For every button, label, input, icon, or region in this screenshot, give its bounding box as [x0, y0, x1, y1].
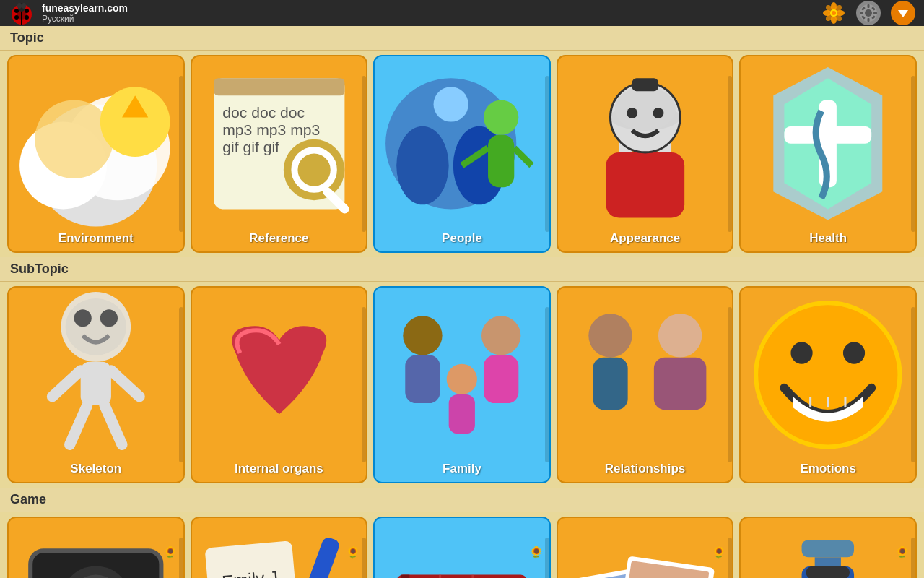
svg-rect-25	[860, 12, 863, 14]
card-icon-appearance	[558, 56, 733, 231]
svg-point-72	[74, 309, 92, 327]
settings-icon[interactable]	[856, 1, 881, 25]
svg-line-54	[514, 148, 531, 165]
svg-rect-69	[785, 126, 872, 144]
svg-line-75	[52, 370, 80, 396]
svg-point-83	[447, 363, 477, 394]
card-icon-people	[375, 56, 549, 231]
svg-line-76	[111, 370, 139, 396]
card-people[interactable]: People	[373, 55, 551, 253]
sunflower-decoration: 🌻🌻🌻	[163, 518, 178, 578]
svg-point-71	[66, 298, 127, 355]
card-environment[interactable]: Environment	[7, 55, 185, 253]
svg-point-65	[653, 108, 663, 118]
card-label-people: People	[437, 231, 487, 246]
sunflower-decoration: 🌻🌻🌻	[346, 518, 360, 578]
svg-point-51	[484, 100, 518, 134]
svg-rect-112	[396, 575, 527, 578]
card-icon-skeleton	[9, 288, 183, 462]
top-bar: funeasylearn.com Русский	[0, 0, 924, 26]
app-logo	[9, 0, 35, 26]
svg-point-3	[14, 9, 19, 13]
dropdown-icon[interactable]	[891, 1, 915, 25]
svg-rect-86	[593, 357, 627, 409]
card-label-relationships: Relationships	[601, 462, 689, 476]
card-label-reference: Reference	[245, 231, 313, 246]
svg-rect-80	[405, 355, 440, 402]
svg-rect-82	[484, 355, 518, 402]
svg-rect-56	[606, 152, 684, 218]
svg-point-22	[865, 9, 872, 17]
svg-line-78	[105, 405, 122, 444]
svg-point-6	[25, 15, 29, 20]
topic-card-row: Environment doc doc doc mp3 mp3 mp3 gif …	[0, 51, 924, 257]
svg-text:doc doc doc: doc doc doc	[222, 104, 305, 121]
card-health[interactable]: Health	[739, 55, 917, 253]
card-family[interactable]: Family	[373, 286, 551, 484]
sunflower-decoration: 🌻🌻🌻	[895, 518, 910, 578]
svg-rect-126	[802, 540, 854, 557]
svg-point-36	[35, 100, 113, 178]
top-bar-right	[821, 1, 915, 25]
card-icon-environment	[9, 56, 183, 231]
card-appearance[interactable]: Appearance	[557, 55, 734, 253]
game-header: Game	[0, 488, 924, 512]
top-bar-left: funeasylearn.com Русский	[9, 0, 128, 26]
card-skeleton[interactable]: Skeleton	[7, 286, 185, 484]
subtopic-header: SubTopic	[0, 257, 924, 282]
card-icon-health	[741, 56, 915, 231]
card-write-word[interactable]: Emily J. ---------- A Write Word🌻🌻🌻	[191, 517, 368, 578]
svg-point-48	[396, 126, 448, 205]
flower-icon[interactable]	[821, 1, 846, 25]
svg-rect-108	[287, 536, 341, 578]
sunflower-decoration: 🌻🌻🌻	[529, 518, 544, 578]
card-label-skeleton: Skeleton	[66, 462, 126, 476]
svg-rect-24	[868, 18, 870, 22]
main-content: Topic Environment doc doc doc mp3 mp3 mp…	[0, 26, 924, 578]
card-icon-find-image	[558, 518, 733, 578]
card-label-internal-organs: Internal organs	[230, 462, 328, 476]
card-label-environment: Environment	[54, 231, 138, 246]
game-card-row: CD_DVD Listen & Write🌻🌻🌻 Emily J. ------…	[0, 512, 924, 578]
card-relationships[interactable]: Relationships	[557, 286, 734, 484]
card-icon-emotions	[741, 288, 915, 462]
svg-point-50	[434, 87, 468, 121]
card-vocabulary[interactable]: Vocabulary🌻🌻🌻	[373, 517, 551, 578]
card-icon-internal-organs	[192, 288, 367, 462]
card-choose-word[interactable]: W Choose Word🌻🌻🌻	[739, 517, 917, 578]
svg-rect-115	[401, 575, 409, 578]
card-icon-listen-write: CD_DVD	[9, 518, 183, 578]
svg-rect-23	[868, 4, 870, 8]
svg-rect-26	[873, 12, 877, 14]
app-title: funeasylearn.com	[42, 2, 128, 14]
svg-text:gif gif gif: gif gif gif	[222, 139, 279, 155]
svg-rect-127	[815, 558, 841, 566]
card-listen-write[interactable]: CD_DVD Listen & Write🌻🌻🌻	[7, 517, 185, 578]
svg-point-87	[658, 314, 702, 357]
svg-point-9	[22, 3, 26, 9]
topic-header: Topic	[0, 26, 924, 51]
svg-point-5	[14, 15, 19, 20]
svg-rect-84	[449, 394, 475, 434]
app-subtitle: Русский	[42, 14, 128, 24]
app-title-block: funeasylearn.com Русский	[42, 2, 128, 24]
svg-rect-52	[488, 135, 514, 187]
svg-rect-138	[806, 566, 850, 578]
card-label-emotions: Emotions	[796, 462, 860, 476]
svg-rect-88	[654, 357, 706, 409]
card-emotions[interactable]: Emotions	[739, 286, 917, 484]
svg-point-73	[100, 309, 118, 327]
card-internal-organs[interactable]: Internal organs	[191, 286, 368, 484]
card-find-image[interactable]: Find Image🌻🌻🌻	[557, 517, 734, 578]
svg-point-4	[25, 9, 29, 13]
card-reference[interactable]: doc doc doc mp3 mp3 mp3 gif gif gif Refe…	[191, 55, 368, 253]
svg-point-90	[759, 305, 898, 444]
svg-point-81	[481, 316, 520, 355]
svg-rect-40	[214, 78, 344, 95]
svg-text:mp3 mp3 mp3: mp3 mp3 mp3	[222, 121, 320, 138]
svg-point-85	[588, 314, 632, 357]
card-icon-vocabulary	[375, 518, 549, 578]
svg-point-92	[843, 342, 865, 363]
svg-line-77	[70, 405, 87, 444]
card-icon-choose-word: W	[741, 518, 915, 578]
